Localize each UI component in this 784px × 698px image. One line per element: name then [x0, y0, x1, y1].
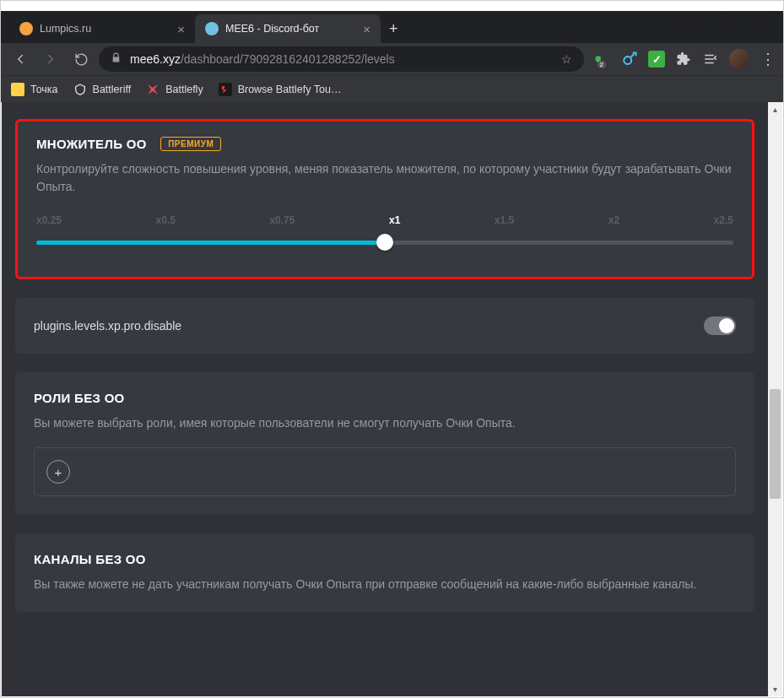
- reading-list-icon[interactable]: [702, 51, 719, 68]
- maximize-button[interactable]: [706, 3, 744, 30]
- slider-tick: x0.5: [156, 214, 176, 226]
- page-content: МНОЖИТЕЛЬ ОО ПРЕМИУМ Контролируйте сложн…: [2, 102, 768, 696]
- bookmark-label: Battlefly: [165, 84, 203, 95]
- bookmark-label: Browse Battlefy Tou…: [238, 84, 342, 95]
- extension-icon[interactable]: [621, 51, 638, 68]
- tab-title: MEE6 - Discord-бот: [225, 23, 319, 35]
- lock-icon: [111, 52, 122, 66]
- slider-thumb[interactable]: [376, 234, 393, 251]
- forward-button[interactable]: [38, 46, 63, 72]
- slider-tick: x0.25: [36, 214, 62, 226]
- slider-tick: x2: [608, 214, 619, 226]
- xp-multiplier-slider[interactable]: [36, 233, 733, 252]
- roles-no-xp-card: РОЛИ БЕЗ ОО Вы можете выбрать роли, имея…: [15, 372, 754, 515]
- scroll-up-icon[interactable]: ▴: [768, 102, 782, 116]
- bookmark-tochka[interactable]: Точка: [11, 83, 58, 96]
- address-bar[interactable]: mee6.xyz/dashboard/790928162401288252/le…: [99, 46, 584, 72]
- toggle-knob: [719, 318, 734, 333]
- section-description: Вы также можете не дать участникам получ…: [34, 576, 736, 593]
- profile-avatar[interactable]: [729, 49, 749, 69]
- scrollbar[interactable]: ▴ ▾: [768, 102, 782, 696]
- window-controls: [667, 3, 783, 30]
- scrollbar-thumb[interactable]: [770, 389, 781, 499]
- back-button[interactable]: [8, 46, 33, 72]
- bookmarks-bar: Точка Battleriff Battlefly Browse Battle…: [1, 75, 783, 102]
- disable-xp-toggle[interactable]: [704, 317, 736, 335]
- bookmark-icon: [11, 83, 24, 96]
- section-title: МНОЖИТЕЛЬ ОО: [36, 137, 147, 151]
- svg-rect-1: [722, 13, 729, 20]
- tab-strip: Lumpics.ru × MEE6 - Discord-бот × +: [1, 11, 783, 43]
- section-description: Вы можете выбрать роли, имея которые пол…: [34, 414, 736, 432]
- bookmark-icon: [146, 83, 160, 96]
- roles-picker[interactable]: +: [34, 447, 736, 496]
- channels-no-xp-card: КАНАЛЫ БЕЗ ОО Вы также можете не дать уч…: [15, 533, 754, 612]
- disable-xp-card: plugins.levels.xp.pro.disable: [15, 298, 754, 354]
- bookmark-battlefy[interactable]: Browse Battlefy Tou…: [219, 83, 342, 96]
- extension-icon[interactable]: 2: [594, 51, 611, 68]
- add-role-button[interactable]: +: [46, 460, 70, 484]
- tab-mee6[interactable]: MEE6 - Discord-бот ×: [195, 14, 381, 43]
- url-text: mee6.xyz/dashboard/790928162401288252/le…: [130, 52, 553, 66]
- slider-tick: x1.5: [495, 214, 514, 226]
- bookmark-icon: [73, 83, 87, 96]
- star-icon[interactable]: ☆: [561, 52, 572, 66]
- extensions-menu-icon[interactable]: [675, 51, 692, 68]
- section-description: Контролируйте сложность повышения уровня…: [36, 160, 733, 196]
- toolbar: mee6.xyz/dashboard/790928162401288252/le…: [1, 43, 783, 75]
- svg-point-4: [624, 57, 631, 64]
- extension-area: 2 ✓ ⋮: [589, 49, 776, 69]
- slider-tick: x0.75: [269, 214, 295, 226]
- new-tab-button[interactable]: +: [381, 20, 407, 43]
- bookmark-battlefly[interactable]: Battlefly: [146, 83, 203, 96]
- bookmark-battleriff[interactable]: Battleriff: [73, 83, 132, 96]
- toggle-label: plugins.levels.xp.pro.disable: [34, 319, 181, 333]
- bookmark-label: Точка: [30, 84, 58, 95]
- slider-tick-labels: x0.25 x0.5 x0.75 x1 x1.5 x2 x2.5: [36, 214, 733, 226]
- slider-tick: x1: [389, 214, 400, 226]
- bookmark-icon: [219, 83, 232, 96]
- menu-icon[interactable]: ⋮: [760, 51, 776, 68]
- favicon-icon: [19, 22, 33, 35]
- tab-lumpics[interactable]: Lumpics.ru ×: [9, 14, 195, 43]
- close-icon[interactable]: ×: [363, 22, 370, 36]
- section-title: РОЛИ БЕЗ ОО: [34, 391, 125, 405]
- scroll-down-icon[interactable]: ▾: [768, 682, 782, 696]
- close-icon[interactable]: ×: [177, 22, 185, 36]
- minimize-button[interactable]: [667, 3, 706, 30]
- slider-fill: [36, 241, 385, 245]
- page-viewport: МНОЖИТЕЛЬ ОО ПРЕМИУМ Контролируйте сложн…: [2, 102, 782, 696]
- close-button[interactable]: [744, 3, 783, 30]
- multiplier-card: МНОЖИТЕЛЬ ОО ПРЕМИУМ Контролируйте сложн…: [15, 119, 754, 279]
- tab-title: Lumpics.ru: [40, 23, 91, 35]
- extension-icon[interactable]: ✓: [648, 51, 665, 68]
- slider-tick: x2.5: [714, 214, 733, 226]
- reload-button[interactable]: [68, 46, 94, 72]
- browser-window: Lumpics.ru × MEE6 - Discord-бот × + mee6…: [0, 0, 784, 698]
- titlebar: [1, 1, 783, 11]
- premium-badge: ПРЕМИУМ: [160, 137, 221, 151]
- bookmark-label: Battleriff: [93, 84, 132, 95]
- favicon-icon: [205, 22, 219, 35]
- section-title: КАНАЛЫ БЕЗ ОО: [34, 552, 146, 566]
